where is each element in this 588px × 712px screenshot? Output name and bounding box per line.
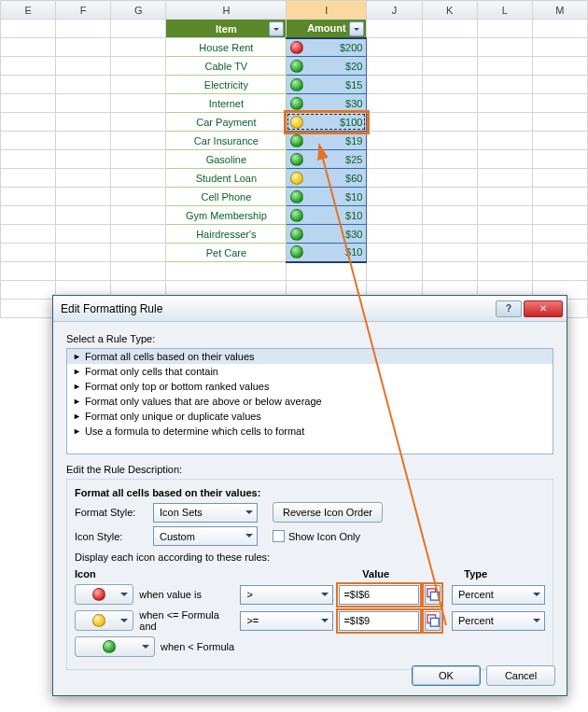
empty-cell[interactable] — [422, 76, 477, 94]
item-cell[interactable]: Pet Care — [166, 244, 287, 262]
empty-cell[interactable] — [1, 20, 56, 38]
empty-cell[interactable] — [111, 38, 166, 57]
empty-cell[interactable] — [477, 76, 532, 94]
empty-cell[interactable] — [367, 20, 422, 38]
empty-cell[interactable] — [422, 188, 477, 206]
empty-cell[interactable] — [422, 206, 477, 225]
amount-cell[interactable]: $200 — [287, 38, 367, 57]
icon-selector[interactable] — [75, 610, 133, 631]
empty-cell[interactable] — [1, 150, 56, 169]
empty-cell[interactable] — [111, 94, 166, 113]
empty-cell[interactable] — [532, 206, 587, 225]
item-cell[interactable]: Gym Membership — [166, 206, 287, 225]
empty-cell[interactable] — [367, 113, 422, 132]
empty-cell[interactable] — [422, 113, 477, 132]
item-cell[interactable]: Hairdresser's — [166, 225, 287, 244]
column-header-F[interactable]: F — [56, 1, 111, 20]
empty-cell[interactable] — [477, 113, 532, 132]
range-selector-button[interactable] — [425, 585, 441, 605]
empty-cell[interactable] — [367, 206, 422, 225]
column-header-M[interactable]: M — [532, 1, 587, 20]
column-header-L[interactable]: L — [477, 1, 532, 20]
empty-cell[interactable] — [532, 150, 587, 169]
empty-cell[interactable] — [367, 57, 422, 76]
empty-cell[interactable] — [111, 132, 166, 150]
empty-cell[interactable] — [367, 76, 422, 94]
empty-cell[interactable] — [111, 76, 166, 94]
amount-cell[interactable]: $30 — [287, 225, 367, 244]
empty-cell[interactable] — [477, 262, 532, 281]
empty-cell[interactable] — [56, 169, 111, 188]
close-button[interactable]: ✕ — [524, 300, 563, 317]
empty-cell[interactable] — [56, 57, 111, 76]
empty-cell[interactable] — [532, 262, 587, 281]
item-cell[interactable]: Car Insurance — [166, 132, 287, 150]
icon-selector[interactable] — [75, 584, 133, 605]
filter-dropdown-icon[interactable] — [269, 21, 284, 36]
empty-cell[interactable] — [422, 169, 477, 188]
empty-cell[interactable] — [1, 225, 56, 244]
empty-cell[interactable] — [422, 244, 477, 262]
empty-cell[interactable] — [56, 113, 111, 132]
empty-cell[interactable] — [56, 262, 111, 281]
item-cell[interactable]: Cell Phone — [166, 188, 287, 206]
amount-cell[interactable]: $10 — [287, 206, 367, 225]
empty-cell[interactable] — [477, 206, 532, 225]
empty-cell[interactable] — [111, 225, 166, 244]
column-header-G[interactable]: G — [111, 1, 166, 20]
empty-cell[interactable] — [532, 76, 587, 94]
empty-cell[interactable] — [477, 188, 532, 206]
empty-cell[interactable] — [422, 150, 477, 169]
empty-cell[interactable] — [111, 244, 166, 262]
column-header-J[interactable]: J — [367, 1, 422, 20]
empty-cell[interactable] — [367, 244, 422, 262]
amount-cell[interactable]: $30 — [287, 94, 367, 113]
rule-type-option[interactable]: ►Format only cells that contain — [67, 364, 553, 379]
filter-dropdown-icon[interactable] — [349, 21, 364, 36]
empty-cell[interactable] — [422, 38, 477, 57]
rule-type-option[interactable]: ►Format all cells based on their values — [67, 349, 553, 364]
empty-cell[interactable] — [422, 94, 477, 113]
item-cell[interactable]: Gasoline — [166, 150, 287, 169]
rule-type-option[interactable]: ►Format only values that are above or be… — [67, 394, 553, 409]
empty-cell[interactable] — [56, 150, 111, 169]
item-cell[interactable]: Car Payment — [166, 113, 287, 132]
empty-cell[interactable] — [56, 188, 111, 206]
empty-cell[interactable] — [111, 150, 166, 169]
format-style-combo[interactable]: Icon Sets — [153, 503, 258, 523]
empty-cell[interactable] — [56, 225, 111, 244]
empty-cell[interactable] — [367, 225, 422, 244]
empty-cell[interactable] — [367, 188, 422, 206]
empty-cell[interactable] — [1, 244, 56, 262]
empty-cell[interactable] — [477, 169, 532, 188]
empty-cell[interactable] — [56, 206, 111, 225]
amount-cell[interactable]: $15 — [287, 76, 367, 94]
empty-cell[interactable] — [111, 206, 166, 225]
amount-cell[interactable]: $100 — [287, 113, 367, 132]
operator-combo[interactable]: >= — [240, 611, 333, 631]
type-combo[interactable]: Percent — [452, 611, 545, 631]
rule-type-list[interactable]: ►Format all cells based on their values►… — [66, 348, 553, 454]
empty-cell[interactable] — [477, 38, 532, 57]
empty-cell[interactable] — [477, 94, 532, 113]
amount-cell[interactable]: $20 — [287, 57, 367, 76]
empty-cell[interactable] — [477, 225, 532, 244]
amount-cell[interactable]: $10 — [287, 244, 367, 262]
empty-cell[interactable] — [367, 169, 422, 188]
column-header-H[interactable]: H — [166, 1, 287, 20]
empty-cell[interactable] — [1, 76, 56, 94]
item-cell[interactable]: House Rent — [166, 38, 287, 57]
empty-cell[interactable] — [532, 20, 587, 38]
icon-selector[interactable] — [75, 636, 155, 657]
empty-cell[interactable] — [422, 262, 477, 281]
show-icon-only-checkbox[interactable]: Show Icon Only — [273, 530, 360, 542]
value-input[interactable]: =$I$6 — [339, 585, 419, 605]
empty-cell[interactable] — [111, 262, 166, 281]
empty-cell[interactable] — [56, 94, 111, 113]
empty-cell[interactable] — [367, 150, 422, 169]
empty-cell[interactable] — [367, 132, 422, 150]
empty-cell[interactable] — [166, 262, 287, 281]
empty-cell[interactable] — [532, 38, 587, 57]
empty-cell[interactable] — [1, 281, 56, 300]
rule-type-option[interactable]: ►Use a formula to determine which cells … — [67, 424, 553, 439]
